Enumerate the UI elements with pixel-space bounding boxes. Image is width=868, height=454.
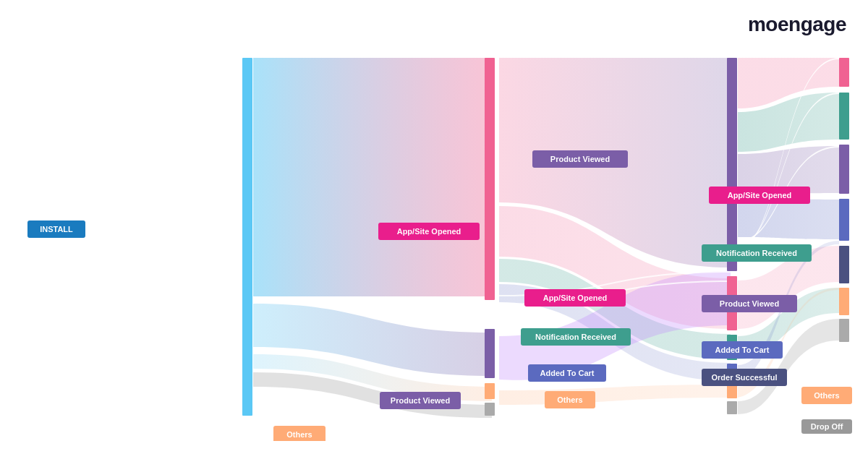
label-notif-4: Notification Received xyxy=(716,249,797,257)
label-app-opened-3: App/Site Opened xyxy=(543,294,608,302)
label-notif-3: Notification Received xyxy=(535,333,616,341)
sankey-chart: INSTALL App/Site Opened Product Viewed O… xyxy=(14,58,854,441)
label-others-4: Others xyxy=(814,391,839,400)
node-dropoff-4 xyxy=(839,319,849,342)
label-others-2: Others xyxy=(286,430,312,439)
label-app-opened-4: App/Site Opened xyxy=(728,191,792,200)
label-added-cart-3: Added To Cart xyxy=(540,369,595,377)
node-app-site-opened-2 xyxy=(485,58,495,300)
node-dropoff-2 xyxy=(485,403,495,416)
node-product-viewed-4 xyxy=(839,145,849,194)
label-app-opened-2: App/Site Opened xyxy=(397,227,461,236)
node-dropoff-3 xyxy=(727,401,737,414)
node-others-4 xyxy=(839,288,849,315)
node-added-to-cart-4 xyxy=(839,199,849,241)
label-install: INSTALL xyxy=(40,225,73,234)
label-dropoff-4: Drop Off xyxy=(811,422,843,431)
label-added-cart-4: Added To Cart xyxy=(715,346,770,354)
label-product-viewed-2: Product Viewed xyxy=(391,396,450,405)
node-order-successful-4 xyxy=(839,246,849,283)
node-app-site-opened-4 xyxy=(839,58,849,87)
node-others-3 xyxy=(727,385,737,398)
label-product-viewed-4: Product Viewed xyxy=(720,299,779,308)
node-notif-received-4 xyxy=(839,93,849,140)
label-others-3: Others xyxy=(557,395,582,404)
label-order-successful-4: Order Successful xyxy=(711,373,777,382)
node-others-2 xyxy=(485,383,495,399)
node-install xyxy=(242,58,252,416)
label-product-viewed-3: Product Viewed xyxy=(550,155,610,163)
node-product-viewed-2 xyxy=(485,329,495,378)
node-product-viewed-3 xyxy=(727,58,737,271)
logo: moengage xyxy=(748,13,846,36)
